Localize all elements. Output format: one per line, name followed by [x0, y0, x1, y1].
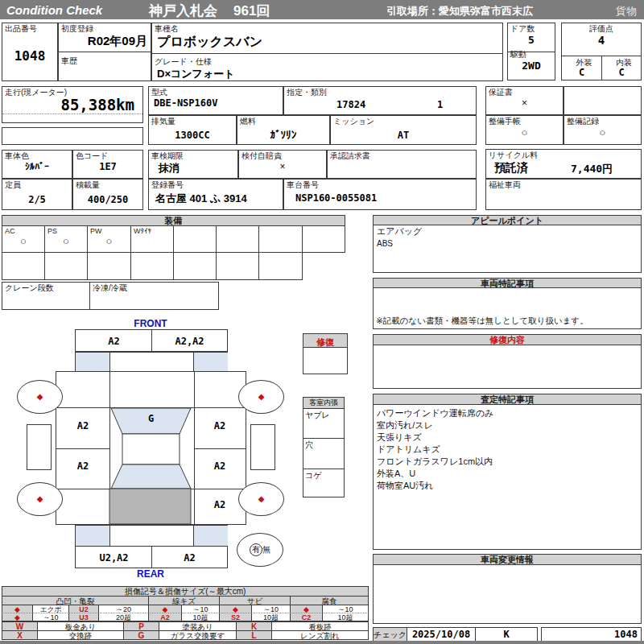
repair-detail-body — [373, 345, 642, 389]
freezer-box: 冷凍/冷蔵 — [89, 282, 219, 310]
legend-desc: ガラス交換要す — [159, 630, 237, 640]
warranty-box: 保証書 × — [485, 86, 564, 115]
sill-right — [250, 424, 275, 470]
fuel-box: 燃料 ｶﾞｿﾘﾝ — [237, 115, 330, 145]
brand-logo: Condition Check — [6, 3, 102, 17]
score-box: 評価点 4 外装 C 内装 C — [561, 23, 642, 80]
type-class-label: 指定・類別 — [284, 87, 476, 97]
capacity-value: 2/5 — [2, 194, 72, 205]
equipment-cell-empty — [2, 252, 45, 280]
welfare-vehicle-box: 福祉車両 — [485, 179, 642, 210]
roof-shape — [122, 434, 180, 464]
equipment-label: Wﾀｲﾔ — [131, 226, 173, 237]
legend-size: 10超 — [181, 613, 220, 621]
approval-box: 承認請求書 — [327, 150, 477, 179]
rear-label: REAR — [110, 568, 191, 580]
divider — [59, 52, 151, 52]
type-number: 17824 — [336, 99, 365, 110]
maintenance-book-mark: ○ — [486, 126, 563, 138]
registration-number-box: 登録番号 名古屋 401 ふ 3914 — [148, 179, 283, 210]
lot-number-box: 出品番号 1048 — [2, 23, 58, 81]
legend-desc: レンズ割れ — [271, 630, 369, 640]
first-registration-box: 初度登録 R02年09月 車歴 — [58, 23, 151, 81]
front-light-left — [76, 353, 110, 371]
check-inspector: K — [475, 627, 538, 642]
bottom-bar — [0, 641, 644, 644]
repair-flag-title: 修復 — [316, 337, 334, 347]
insurance-box: 検付自賠責 × — [238, 150, 327, 179]
transmission-value: AT — [331, 130, 476, 141]
body-color-box: 車体色 ｼﾙﾊﾞｰ — [2, 150, 72, 179]
assessment-header: 査定特記事項 — [373, 394, 642, 405]
warranty-mark: × — [486, 97, 563, 109]
equipment-cell-empty — [258, 252, 303, 280]
assessment-line: パワーウインドウ運転席のみ — [374, 407, 641, 419]
empty-box — [564, 86, 642, 115]
model-name-value: プロボックスバン — [152, 34, 502, 51]
condition-check-sheet: Condition Check 神戸入札会 961回 引取場所：愛知県弥富市西末… — [0, 0, 644, 644]
crane-label: クレーン段数 — [2, 283, 89, 293]
inspection-label: 車検期限 — [149, 151, 237, 161]
recycle-fee-label: リサイクル料 — [486, 150, 641, 160]
history-label: 車歴 — [59, 56, 151, 66]
maintenance-record-mark: ○ — [564, 126, 641, 138]
check-lot-number: 1048 — [541, 627, 642, 642]
chassis-number-value: NSP160-0055081 — [284, 192, 476, 204]
rear-window-shape — [111, 464, 191, 489]
model-code-label: 型式 — [149, 87, 283, 97]
class-number: 1 — [437, 99, 443, 110]
cabin-row-tear: ヤブレ — [303, 409, 344, 438]
legend-size: 10超 — [251, 613, 291, 621]
score-value: 4 — [562, 34, 641, 47]
auction-name: 神戸入札会 — [149, 2, 217, 20]
equipment-cell-empty — [216, 252, 259, 280]
body-color-label: 車体色 — [2, 151, 72, 161]
equipment-cell-pw: PW ○ — [87, 225, 131, 253]
spare-present-mark: 有 — [250, 543, 262, 556]
wheel-front-right: ◆ — [238, 380, 284, 414]
wheel-damage-mark: ◆ — [37, 495, 43, 503]
wheel-front-left: ◆ — [17, 380, 63, 414]
recycle-fee-box: リサイクル料 預託済 7,440円 — [485, 149, 642, 179]
drive-value: 2WD — [508, 60, 555, 72]
change-info-header: 車両変更情報 — [373, 554, 642, 565]
first-registration-value: R02年09月 — [59, 34, 151, 49]
freezer-label: 冷凍/冷蔵 — [90, 283, 218, 293]
title-bar: Condition Check 神戸入札会 961回 引取場所：愛知県弥富市西末… — [0, 0, 644, 19]
legend-code: G — [123, 630, 159, 640]
wheel-rear-right: ◆ — [238, 482, 284, 516]
equipment-cell-wtire: Wﾀｲﾔ — [130, 225, 174, 253]
vehicle-notes-disclaimer: ※記載のない書類・機器等は無しとして取り扱います。 — [376, 316, 588, 327]
cargo-tag: 貨物 — [616, 4, 637, 19]
crane-box: クレーン段数 — [2, 282, 90, 310]
insurance-label: 検付自賠責 — [239, 151, 326, 161]
transmission-label: ミッション — [331, 116, 476, 126]
front-label: FRONT — [110, 318, 191, 329]
pickup-location: 引取場所：愛知県弥富市西末広 — [386, 4, 533, 19]
legend-code: S2 — [219, 613, 252, 621]
legend-desc: 交換跡 — [37, 630, 124, 640]
legend-symbol: ◆ — [2, 613, 33, 621]
cabin-row-hole: 穴 — [303, 438, 344, 469]
legend-code: L — [236, 630, 272, 640]
assessment-line: 外装A、U — [374, 468, 641, 480]
windshield-damage: G — [111, 413, 191, 424]
spare-absent-mark: 無 — [262, 544, 270, 555]
wheel-rear-left: ◆ — [17, 482, 63, 516]
inspection-box: 車検期限 抹消 — [148, 150, 238, 179]
load-capacity-label: 積載量 — [73, 180, 142, 190]
lot-number-value: 1048 — [2, 48, 57, 64]
model-name-label: 車種名 — [152, 23, 502, 34]
rear-bumper-right-damage: A2 — [152, 552, 227, 564]
equipment-mark: ○ — [45, 235, 87, 247]
check-label: チェック — [373, 627, 407, 642]
legend-code: U3 — [68, 613, 99, 621]
equipment-cell-ac: AC ○ — [2, 225, 45, 253]
legend-code: X — [2, 630, 38, 640]
cabin-lining-title: 客室内張 — [303, 398, 344, 409]
color-code-box: 色コード 1E7 — [72, 150, 143, 179]
appeal-body: エアバッグ ABS — [373, 225, 642, 273]
equipment-cell-empty — [216, 225, 259, 253]
inspection-value: 抹消 — [149, 161, 237, 175]
assessment-line: ドアトリムキズ — [374, 444, 641, 456]
